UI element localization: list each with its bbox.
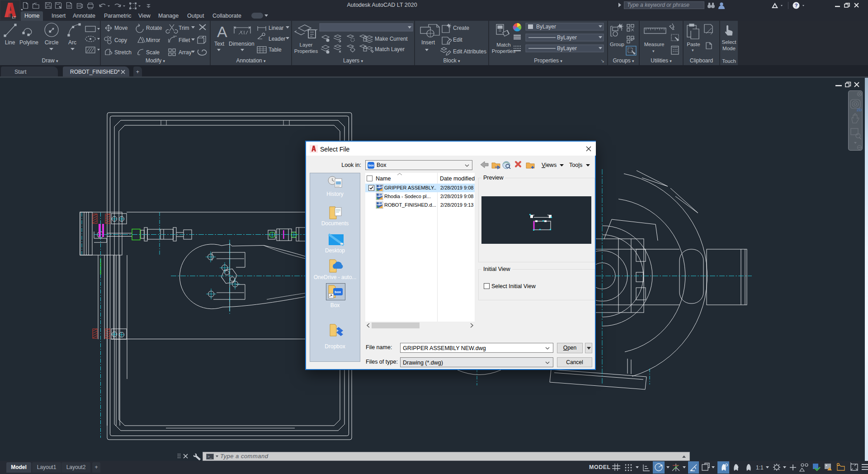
svg-text:Make Current: Make Current xyxy=(375,36,408,42)
svg-text:Arc: Arc xyxy=(68,39,76,46)
svg-text:Trim: Trim xyxy=(179,25,189,31)
svg-text:Edit: Edit xyxy=(453,37,462,43)
svg-text:Text: Text xyxy=(214,41,225,47)
svg-text:Line: Line xyxy=(5,39,15,46)
svg-text:LT: LT xyxy=(12,15,16,19)
svg-text:Array: Array xyxy=(179,49,192,56)
svg-text:1:1: 1:1 xyxy=(756,465,764,471)
svg-text:Tools: Tools xyxy=(569,162,582,168)
svg-text:Polyline: Polyline xyxy=(19,39,38,46)
svg-text:Scale: Scale xyxy=(146,49,160,56)
svg-text:Linear: Linear xyxy=(269,25,283,31)
svg-text:Fillet: Fillet xyxy=(179,37,190,43)
svg-text:A: A xyxy=(217,23,227,40)
svg-text:Copy: Copy xyxy=(114,37,127,43)
svg-text:2D: 2D xyxy=(857,108,862,112)
svg-text:Table: Table xyxy=(269,47,282,53)
svg-text:Circle: Circle xyxy=(45,39,59,46)
svg-text:Mirror: Mirror xyxy=(146,37,160,43)
svg-text:box: box xyxy=(335,290,341,294)
svg-text:?: ? xyxy=(795,3,798,8)
svg-text:Edit Attributes: Edit Attributes xyxy=(453,48,486,55)
svg-text:Leader: Leader xyxy=(269,36,285,42)
svg-text:Match Layer: Match Layer xyxy=(375,46,405,52)
svg-text:Views: Views xyxy=(542,162,557,168)
svg-text:Insert: Insert xyxy=(421,39,435,46)
svg-text:TM: TM xyxy=(381,185,383,187)
svg-text:Stretch: Stretch xyxy=(114,49,132,56)
svg-text:ByLayer: ByLayer xyxy=(536,24,556,30)
svg-text:Rotate: Rotate xyxy=(146,25,162,31)
svg-text:Create: Create xyxy=(453,25,469,31)
svg-text:Dimension: Dimension xyxy=(229,41,255,47)
svg-text:ByLayer: ByLayer xyxy=(557,45,577,52)
svg-text:Move: Move xyxy=(114,25,128,31)
svg-text:ByLayer: ByLayer xyxy=(557,34,577,41)
